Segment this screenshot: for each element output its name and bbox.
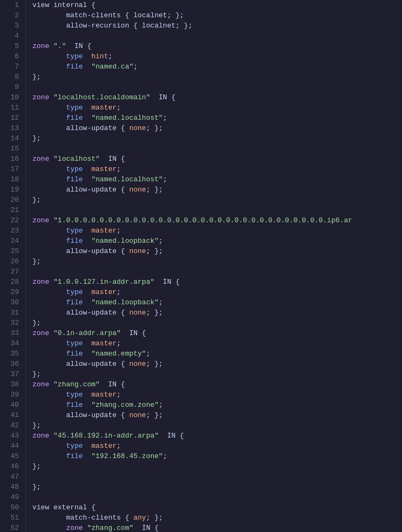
code-line: type master; <box>32 390 402 400</box>
code-line: file "named.loopback"; <box>32 236 402 246</box>
code-line: zone "45.168.192.in-addr.arpa" IN { <box>32 431 402 441</box>
line-number: 5 <box>4 41 19 51</box>
line-number: 2 <box>4 10 19 21</box>
code-line: allow-update { none; }; <box>32 246 402 256</box>
line-number: 35 <box>4 349 19 359</box>
line-number: 1 <box>4 0 19 10</box>
line-number: 11 <box>4 103 19 113</box>
code-line: type master; <box>32 338 402 349</box>
line-number: 50 <box>4 502 19 513</box>
code-line: file "192.168.45.zone"; <box>32 451 402 461</box>
code-line <box>32 492 402 502</box>
code-line: }; <box>32 72 402 82</box>
code-line: zone "localhost.localdomain" IN { <box>32 92 402 103</box>
code-line: allow-recursion { localnet; }; <box>32 21 402 31</box>
line-number: 52 <box>4 523 19 532</box>
code-line: zone "0.in-addr.arpa" IN { <box>32 328 402 338</box>
line-number: 21 <box>4 205 19 215</box>
line-number: 8 <box>4 72 19 82</box>
line-number: 38 <box>4 379 19 390</box>
line-number: 40 <box>4 400 19 410</box>
code-line: zone "." IN { <box>32 41 402 51</box>
code-line: type master; <box>32 287 402 297</box>
code-line: zone "1.0.0.0.0.0.0.0.0.0.0.0.0.0.0.0.0.… <box>32 215 402 226</box>
line-number: 33 <box>4 328 19 338</box>
line-number: 16 <box>4 154 19 164</box>
code-line: file "named.loopback"; <box>32 297 402 308</box>
line-number: 25 <box>4 246 19 256</box>
line-number-gutter: 1234567891011121314151617181920212223242… <box>0 0 26 532</box>
code-line: view external { <box>32 502 402 513</box>
code-line: type master; <box>32 441 402 451</box>
line-number: 15 <box>4 144 19 154</box>
line-number: 45 <box>4 451 19 461</box>
code-line: }; <box>32 195 402 205</box>
code-line: }; <box>32 482 402 492</box>
line-number: 43 <box>4 431 19 441</box>
code-line: }; <box>32 420 402 431</box>
line-number: 41 <box>4 410 19 420</box>
code-line: file "named.localhost"; <box>32 174 402 185</box>
code-line: allow-update { none; }; <box>32 185 402 195</box>
code-line: type master; <box>32 164 402 174</box>
line-number: 17 <box>4 164 19 174</box>
line-number: 51 <box>4 513 19 523</box>
line-number: 12 <box>4 113 19 123</box>
line-number: 6 <box>4 51 19 62</box>
line-number: 24 <box>4 236 19 246</box>
code-line: zone "1.0.0.127.in-addr.arpa" IN { <box>32 277 402 287</box>
line-number: 42 <box>4 420 19 431</box>
code-line: allow-update { none; }; <box>32 123 402 133</box>
line-number: 26 <box>4 256 19 267</box>
code-line <box>32 82 402 92</box>
code-line <box>32 31 402 41</box>
line-number: 19 <box>4 185 19 195</box>
code-line: }; <box>32 256 402 267</box>
line-number: 46 <box>4 461 19 472</box>
line-number: 13 <box>4 123 19 133</box>
code-line: zone "zhang.com" IN { <box>32 379 402 390</box>
code-editor: 1234567891011121314151617181920212223242… <box>0 0 402 532</box>
line-number: 23 <box>4 226 19 236</box>
code-line: }; <box>32 318 402 328</box>
line-number: 30 <box>4 297 19 308</box>
code-line: type master; <box>32 226 402 236</box>
code-line: type hint; <box>32 51 402 62</box>
code-line: zone "localhost" IN { <box>32 154 402 164</box>
code-line: allow-update { none; }; <box>32 359 402 369</box>
line-number: 37 <box>4 369 19 379</box>
code-line: }; <box>32 369 402 379</box>
line-number: 27 <box>4 267 19 277</box>
code-line: type master; <box>32 103 402 113</box>
code-content[interactable]: view internal { match-clients { localnet… <box>26 0 402 532</box>
code-line: file "named.localhost"; <box>32 113 402 123</box>
line-number: 32 <box>4 318 19 328</box>
line-number: 34 <box>4 338 19 349</box>
line-number: 10 <box>4 92 19 103</box>
line-number: 47 <box>4 472 19 482</box>
line-number: 22 <box>4 215 19 226</box>
code-line: file "zhang.com.zone"; <box>32 400 402 410</box>
code-line: }; <box>32 133 402 144</box>
code-line <box>32 267 402 277</box>
code-line: allow-update { none; }; <box>32 410 402 420</box>
line-number: 48 <box>4 482 19 492</box>
code-line: view internal { <box>32 0 402 10</box>
line-number: 14 <box>4 133 19 144</box>
code-line: match-clients { localnet; }; <box>32 10 402 21</box>
line-number: 20 <box>4 195 19 205</box>
line-number: 4 <box>4 31 19 41</box>
code-line: }; <box>32 461 402 472</box>
code-line: file "named.ca"; <box>32 62 402 72</box>
line-number: 49 <box>4 492 19 502</box>
line-number: 7 <box>4 62 19 72</box>
code-line <box>32 144 402 154</box>
line-number: 31 <box>4 308 19 318</box>
line-number: 44 <box>4 441 19 451</box>
code-line: zone "zhang.com" IN { <box>32 523 402 532</box>
line-number: 18 <box>4 174 19 185</box>
line-number: 28 <box>4 277 19 287</box>
line-number: 9 <box>4 82 19 92</box>
code-line: file "named.empty"; <box>32 349 402 359</box>
line-number: 29 <box>4 287 19 297</box>
